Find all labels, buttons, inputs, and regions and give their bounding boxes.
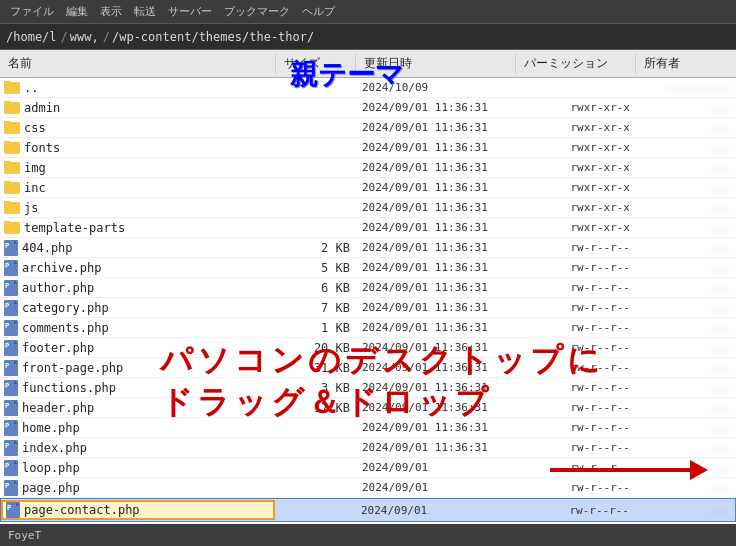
file-perm-cell: rwxr-xr-x	[516, 121, 636, 134]
folder-icon	[4, 122, 20, 134]
file-date-cell: 2024/09/01 11:36:31	[356, 401, 516, 414]
table-row[interactable]: Ppage-contact.php2024/09/01rw-r--r--...	[0, 498, 736, 522]
col-perm[interactable]: パーミッション	[516, 53, 636, 74]
file-name-cell: fonts	[0, 141, 276, 155]
file-size-cell: 7 KB	[276, 301, 356, 315]
file-name-cell: Pauthor.php	[0, 280, 276, 296]
table-row[interactable]: Pcomments.php1 KB2024/09/01 11:36:31rw-r…	[0, 318, 736, 338]
file-owner-cell: ...	[635, 504, 735, 517]
file-name-label: 404.php	[22, 241, 73, 255]
file-name-cell: Pcategory.php	[0, 300, 276, 316]
col-owner[interactable]: 所有者	[636, 53, 736, 74]
file-perm-cell: rw-r--r--	[516, 401, 636, 414]
file-date-cell: 2024/10/09	[356, 81, 516, 94]
file-perm-cell: rwxr-xr-x	[516, 221, 636, 234]
table-row[interactable]: Ppage.php2024/09/01rw-r--r--...	[0, 478, 736, 498]
table-row[interactable]: css2024/09/01 11:36:31rwxr-xr-x...	[0, 118, 736, 138]
file-owner-cell: ...	[636, 301, 736, 314]
table-row[interactable]: fonts2024/09/01 11:36:31rwxr-xr-x...	[0, 138, 736, 158]
php-file-icon: P	[4, 460, 18, 476]
table-row[interactable]: admin2024/09/01 11:36:31rwxr-xr-x...	[0, 98, 736, 118]
file-name-label: category.php	[22, 301, 109, 315]
file-name-cell: Ploop.php	[0, 460, 276, 476]
table-row[interactable]: img2024/09/01 11:36:31rwxr-xr-x...	[0, 158, 736, 178]
file-name-cell: css	[0, 121, 276, 135]
table-row[interactable]: Phome.php2024/09/01 11:36:31rw-r--r--...	[0, 418, 736, 438]
file-date-cell: 2024/09/01	[356, 481, 516, 494]
folder-icon	[4, 142, 20, 154]
file-owner-cell: ...	[636, 121, 736, 134]
file-owner-cell: ----------	[636, 81, 736, 94]
table-row[interactable]: Parchive.php5 KB2024/09/01 11:36:31rw-r-…	[0, 258, 736, 278]
file-name-cell: ..	[0, 81, 276, 95]
table-row[interactable]: Pindex.php2024/09/01 11:36:31rw-r--r--..…	[0, 438, 736, 458]
file-date-cell: 2024/09/01	[355, 504, 515, 517]
toolbar-edit[interactable]: 編集	[60, 4, 94, 19]
file-name-cell: inc	[0, 181, 276, 195]
file-perm-cell: rwxr-xr-x	[516, 181, 636, 194]
col-name[interactable]: 名前	[0, 53, 276, 74]
file-size-cell: 17 KB	[276, 401, 356, 415]
file-size-cell: 5 KB	[276, 261, 356, 275]
toolbar-help[interactable]: ヘルプ	[296, 4, 341, 19]
file-date-cell: 2024/09/01	[356, 461, 516, 474]
table-row[interactable]: Ploop.php2024/09/01rw-r--r--...	[0, 458, 736, 478]
toolbar-transfer[interactable]: 転送	[128, 4, 162, 19]
table-row[interactable]: template-parts2024/09/01 11:36:31rwxr-xr…	[0, 218, 736, 238]
file-perm-cell: rw-r--r--	[516, 321, 636, 334]
folder-icon	[4, 102, 20, 114]
table-row[interactable]: inc2024/09/01 11:36:31rwxr-xr-x...	[0, 178, 736, 198]
folder-icon	[4, 222, 20, 234]
file-perm-cell: rw-r--r--	[516, 461, 636, 474]
file-manager[interactable]: 名前 サイズ 更新日時 パーミッション 所有者 ..2024/10/09----…	[0, 50, 736, 546]
file-owner-cell: ...	[636, 101, 736, 114]
file-name-label: page.php	[22, 481, 80, 495]
file-name-label: fonts	[24, 141, 60, 155]
file-perm-cell: rwxr-xr-x	[516, 101, 636, 114]
table-row[interactable]: P404.php2 KB2024/09/01 11:36:31rw-r--r--…	[0, 238, 736, 258]
table-row[interactable]: Pheader.php17 KB2024/09/01 11:36:31rw-r-…	[0, 398, 736, 418]
toolbar-view[interactable]: 表示	[94, 4, 128, 19]
col-date[interactable]: 更新日時	[356, 53, 516, 74]
file-name-label: admin	[24, 101, 60, 115]
file-date-cell: 2024/09/01 11:36:31	[356, 121, 516, 134]
file-name-cell: Pfooter.php	[0, 340, 276, 356]
file-size-cell: 6 KB	[276, 281, 356, 295]
toolbar-server[interactable]: サーバー	[162, 4, 218, 19]
table-row[interactable]: ..2024/10/09----------	[0, 78, 736, 98]
file-name-cell: admin	[0, 101, 276, 115]
file-name-label: loop.php	[22, 461, 80, 475]
file-owner-cell: ...	[636, 401, 736, 414]
file-name-cell: Pfunctions.php	[0, 380, 276, 396]
table-row[interactable]: js2024/09/01 11:36:31rwxr-xr-x...	[0, 198, 736, 218]
address-path2: www,	[70, 30, 99, 44]
file-date-cell: 2024/09/01 11:36:31	[356, 201, 516, 214]
file-name-label: footer.php	[22, 341, 94, 355]
col-size[interactable]: サイズ	[276, 53, 356, 74]
file-perm-cell: rwxr-xr-x	[516, 141, 636, 154]
file-name-cell: Parchive.php	[0, 260, 276, 276]
file-owner-cell: ...	[636, 361, 736, 374]
file-date-cell: 2024/09/01 11:36:31	[356, 261, 516, 274]
php-file-icon: P	[4, 280, 18, 296]
file-owner-cell: ...	[636, 321, 736, 334]
file-name-label: ..	[24, 81, 38, 95]
table-row[interactable]: Pfunctions.php3 KB2024/09/01 11:36:31rw-…	[0, 378, 736, 398]
table-row[interactable]: Pauthor.php6 KB2024/09/01 11:36:31rw-r--…	[0, 278, 736, 298]
table-row[interactable]: Pfooter.php20 KB2024/09/01 11:36:31rw-r-…	[0, 338, 736, 358]
file-date-cell: 2024/09/01 11:36:31	[356, 381, 516, 394]
toolbar: ファイル 編集 表示 転送 サーバー ブックマーク ヘルプ	[0, 0, 736, 24]
file-name-cell: Phome.php	[0, 420, 276, 436]
file-name-cell: template-parts	[0, 221, 276, 235]
table-row[interactable]: Pcategory.php7 KB2024/09/01 11:36:31rw-r…	[0, 298, 736, 318]
toolbar-file[interactable]: ファイル	[4, 4, 60, 19]
file-perm-cell: rwxr-xr-x	[516, 201, 636, 214]
file-owner-cell: ...	[636, 281, 736, 294]
folder-icon	[4, 182, 20, 194]
file-name-label: author.php	[22, 281, 94, 295]
toolbar-bookmark[interactable]: ブックマーク	[218, 4, 296, 19]
file-size-cell: 20 KB	[276, 341, 356, 355]
file-owner-cell: ...	[636, 221, 736, 234]
file-name-cell: Pcomments.php	[0, 320, 276, 336]
table-row[interactable]: Pfront-page.php31 KB2024/09/01 11:36:31r…	[0, 358, 736, 378]
